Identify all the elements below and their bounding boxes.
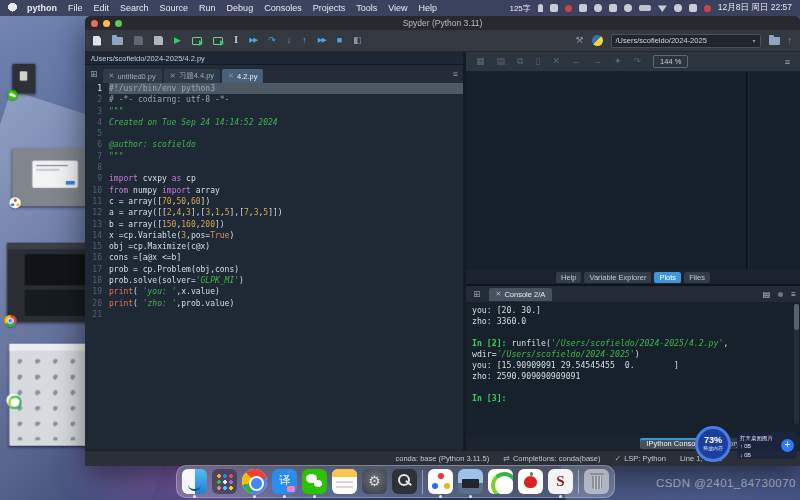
window-titlebar[interactable]: Spyder (Python 3.11) xyxy=(85,16,800,30)
recording-status-icon[interactable] xyxy=(704,5,711,12)
panel-tab-help[interactable]: Help xyxy=(556,272,581,283)
apple-menu-icon[interactable] xyxy=(8,3,17,13)
menu-projects[interactable]: Projects xyxy=(313,3,346,13)
menu-debug[interactable]: Debug xyxy=(227,3,254,13)
zoom-window-button[interactable] xyxy=(115,20,122,27)
close-tab-icon[interactable]: ✕ xyxy=(170,72,176,80)
console-tab[interactable]: ✕ Console 2/A xyxy=(489,288,553,301)
code-line-3[interactable]: 3""" xyxy=(85,106,463,117)
debug-file-icon[interactable]: ▶▶ xyxy=(249,37,257,44)
battery-icon[interactable] xyxy=(639,5,651,11)
code-line-4[interactable]: 4Created on Tue Sep 24 14:14:52 2024 xyxy=(85,117,463,128)
settings-dock-icon[interactable]: ⚙ xyxy=(362,469,387,494)
close-tab-icon[interactable]: ✕ xyxy=(228,72,234,80)
wifi-icon[interactable] xyxy=(658,4,667,12)
debug-step-over-icon[interactable]: ↷ xyxy=(268,36,276,45)
code-line-14[interactable]: 14x =cp.Variable(3,pos=True) xyxy=(85,230,463,241)
code-line-10[interactable]: 10from numpy import array xyxy=(85,185,463,196)
tools-wrench-icon[interactable]: ⚒ xyxy=(575,36,583,45)
screen-record-icon[interactable] xyxy=(565,5,572,12)
browse-console-tabs-icon[interactable]: ⊞ xyxy=(470,289,484,299)
minimize-window-button[interactable] xyxy=(103,20,110,27)
mic-icon[interactable] xyxy=(538,4,543,12)
menu-edit[interactable]: Edit xyxy=(94,3,110,13)
open-file-icon[interactable] xyxy=(112,37,123,45)
search-icon[interactable] xyxy=(674,4,682,12)
passwords-dock-icon[interactable] xyxy=(392,469,417,494)
menu-tools[interactable]: Tools xyxy=(356,3,377,13)
stage-manager-icon[interactable] xyxy=(609,4,617,12)
menu-file[interactable]: File xyxy=(68,3,83,13)
network-monitor-widget[interactable]: 打开桌面图片 ↑ 0B ↓ 0B + xyxy=(737,432,797,459)
code-line-19[interactable]: 19print( 'you: ',x.value) xyxy=(85,286,463,297)
zoom-out-icon[interactable]: ↷ xyxy=(634,56,642,67)
console-options-icon[interactable]: ≡ xyxy=(791,290,796,299)
code-line-8[interactable]: 8 xyxy=(85,162,463,173)
browse-directory-icon[interactable] xyxy=(769,37,780,45)
code-line-6[interactable]: 6@author: scofieldo xyxy=(85,139,463,150)
panel-tab-variable-explorer[interactable]: Variable Explorer xyxy=(584,272,651,283)
console-scrollbar[interactable] xyxy=(794,304,799,424)
translate-dock-icon[interactable]: 译 xyxy=(272,469,297,494)
menu-run[interactable]: Run xyxy=(199,3,216,13)
code-line-15[interactable]: 15obj =cp.Maximize(c@x) xyxy=(85,241,463,252)
editor-tab-4.2.py[interactable]: ✕4.2.py xyxy=(222,69,263,83)
cloud-icon[interactable] xyxy=(594,4,602,12)
parent-directory-icon[interactable]: ↑ xyxy=(788,36,793,45)
status-lsp[interactable]: ✓LSP: Python xyxy=(614,454,665,463)
editor-options-icon[interactable]: ≡ xyxy=(450,69,461,79)
code-line-5[interactable]: 5 xyxy=(85,128,463,139)
panel-tab-plots[interactable]: Plots xyxy=(654,272,681,283)
thumbnail-window-1[interactable] xyxy=(12,64,35,93)
bluetooth-icon[interactable] xyxy=(624,4,632,12)
save-all-plots-icon[interactable]: ▤ xyxy=(497,56,506,67)
code-line-11[interactable]: 11c = array([70,50,60]) xyxy=(85,196,463,207)
editor-tab-untitled0.py[interactable]: ✕untitled0.py xyxy=(103,69,162,83)
red-apple-app-dock-icon[interactable] xyxy=(518,469,543,494)
run-cell-advance-icon[interactable] xyxy=(213,37,223,45)
close-tab-icon[interactable]: ✕ xyxy=(109,72,115,80)
menu-source[interactable]: Source xyxy=(160,3,189,13)
menu-view[interactable]: View xyxy=(388,3,407,13)
code-line-13[interactable]: 13b = array([150,160,200]) xyxy=(85,219,463,230)
code-line-12[interactable]: 12a = array([[2,4,3],[3,1,5],[7,3,5]]) xyxy=(85,207,463,218)
previous-plot-icon[interactable]: ← xyxy=(572,56,581,67)
code-editor[interactable]: 1#!/usr/bin/env python32# -*- codiarng: … xyxy=(85,83,463,450)
save-icon[interactable] xyxy=(134,36,143,45)
display-icon[interactable] xyxy=(689,4,697,12)
active-app-menu[interactable]: python xyxy=(27,3,57,13)
working-directory-select[interactable]: /Users/scofieldo/2024-2025▾ xyxy=(611,34,761,48)
menu-consoles[interactable]: Consoles xyxy=(264,3,302,13)
new-console-icon[interactable]: ▤ xyxy=(763,290,771,299)
spyder-dock-icon[interactable]: S xyxy=(548,469,573,494)
browse-tabs-icon[interactable]: ⊞ xyxy=(87,69,101,79)
finder-dock-icon[interactable] xyxy=(182,469,207,494)
code-line-21[interactable]: 21 xyxy=(85,309,463,320)
trash-dock-icon[interactable] xyxy=(584,469,609,494)
code-line-7[interactable]: 7""" xyxy=(85,151,463,162)
debug-step-out-icon[interactable]: ↑ xyxy=(302,36,307,45)
code-line-20[interactable]: 20print( 'zho: ',prob.value) xyxy=(85,298,463,309)
input-count-indicator[interactable]: 125字 xyxy=(509,3,530,14)
status-completions[interactable]: ⇄Completions: conda(base) xyxy=(503,454,600,463)
fit-plot-icon[interactable]: ✦ xyxy=(614,56,622,67)
debug-step-in-icon[interactable]: ↓ xyxy=(287,36,292,45)
copy-image-icon[interactable]: ⧉ xyxy=(517,56,523,67)
chrome-dock-icon[interactable] xyxy=(242,469,267,494)
status-conda[interactable]: conda: base (Python 3.11.5) xyxy=(396,454,490,463)
close-window-button[interactable] xyxy=(91,20,98,27)
code-line-2[interactable]: 2# -*- codiarng: utf-8 -*- xyxy=(85,94,463,105)
menu-bar-clock[interactable]: 12月8日 周日 22:57 xyxy=(718,2,792,14)
debug-continue-icon[interactable]: ▶▶ xyxy=(318,37,326,44)
menu-search[interactable]: Search xyxy=(120,3,149,13)
launchpad-dock-icon[interactable] xyxy=(212,469,237,494)
editor-tab-习题4.4.py[interactable]: ✕习题4.4.py xyxy=(164,69,220,83)
close-console-icon[interactable]: ✕ xyxy=(496,290,502,298)
next-plot-icon[interactable]: → xyxy=(593,56,602,67)
plots-thumbnail-strip[interactable] xyxy=(748,72,800,270)
new-file-icon[interactable] xyxy=(93,36,101,46)
desktop-preview-dock-icon[interactable] xyxy=(458,469,483,494)
input-source-icon[interactable] xyxy=(550,4,558,12)
stop-debug-icon[interactable]: ■ xyxy=(337,36,342,45)
panel-tab-files[interactable]: Files xyxy=(684,272,710,283)
